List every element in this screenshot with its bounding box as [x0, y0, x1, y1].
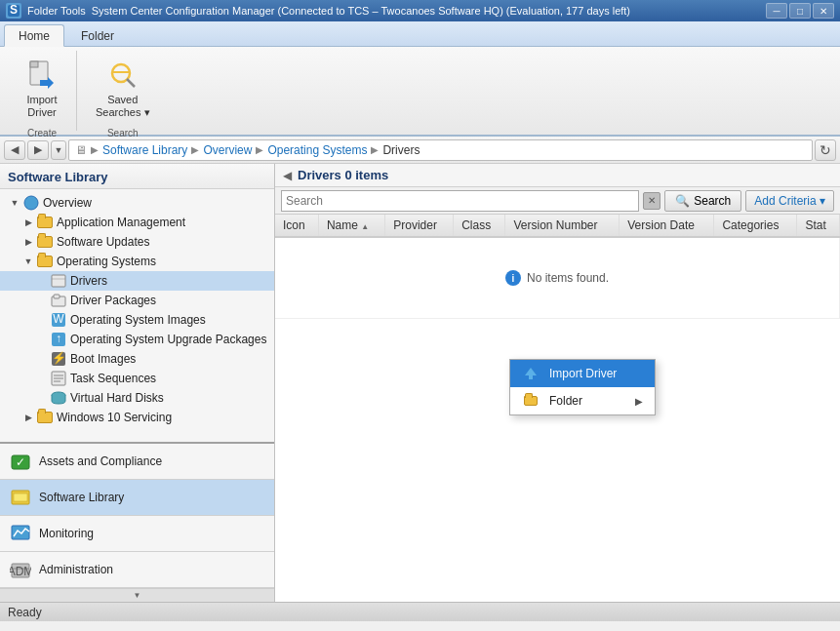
- import-driver-button[interactable]: ImportDriver: [18, 55, 66, 124]
- status-bar: Ready: [0, 602, 840, 621]
- search-button[interactable]: 🔍 Search: [664, 190, 741, 212]
- sidebar-item-os-upgrade[interactable]: ↑ Operating System Upgrade Packages: [0, 330, 274, 349]
- expander-os: ▼: [21, 255, 35, 268]
- col-header-provider[interactable]: Provider: [385, 215, 454, 237]
- sidebar-nav-administration[interactable]: ADM Administration: [0, 552, 274, 588]
- sidebar-nav-administration-label: Administration: [39, 563, 113, 576]
- app-icon: S: [6, 3, 21, 19]
- maximize-button[interactable]: □: [789, 3, 811, 19]
- breadcrumb-sep-3: ▶: [371, 144, 379, 155]
- ribbon-group-create: ImportDriver Create: [8, 51, 77, 131]
- title-bar-tools: Folder Tools: [27, 5, 86, 17]
- context-menu-folder[interactable]: Folder ▶: [510, 387, 655, 414]
- svg-text:✓: ✓: [16, 455, 25, 469]
- sidebar-item-overview[interactable]: ▼ Overview: [0, 193, 274, 213]
- tab-folder[interactable]: Folder: [66, 24, 129, 46]
- sidebar-item-app-mgmt-label: Application Management: [57, 216, 185, 229]
- breadcrumb-sep-0: ▶: [91, 144, 99, 155]
- content-toolbar: ✕ 🔍 Search Add Criteria ▾: [275, 187, 840, 215]
- no-items-text: No items found.: [527, 271, 609, 285]
- sidebar-item-boot-images[interactable]: ⚡ Boot Images: [0, 349, 274, 369]
- sidebar-item-driver-packages[interactable]: Driver Packages: [0, 291, 274, 310]
- import-driver-icon: [26, 59, 58, 91]
- add-criteria-button[interactable]: Add Criteria ▾: [745, 190, 834, 212]
- col-header-status[interactable]: Stat: [797, 215, 840, 237]
- breadcrumb-sep-1: ▶: [191, 144, 199, 155]
- context-import-icon: [522, 365, 540, 382]
- saved-searches-button[interactable]: SavedSearches ▾: [87, 55, 159, 124]
- search-clear-button[interactable]: ✕: [643, 192, 660, 210]
- context-menu: Import Driver Folder ▶: [509, 359, 656, 415]
- nav-dropdown-button[interactable]: ▼: [51, 140, 66, 160]
- sidebar-item-app-mgmt[interactable]: ▶ Application Management: [0, 213, 274, 232]
- title-bar: S Folder Tools System Center Configurati…: [0, 0, 840, 21]
- sidebar-nav-assets[interactable]: ✓ Assets and Compliance: [0, 444, 274, 480]
- back-button[interactable]: ◀: [4, 140, 25, 160]
- svg-text:ADM: ADM: [10, 565, 31, 578]
- ribbon-group-create-label: Create: [27, 128, 57, 138]
- breadcrumb-software-library[interactable]: Software Library: [102, 143, 187, 157]
- sidebar-nav-monitoring[interactable]: Monitoring: [0, 516, 274, 552]
- col-header-version[interactable]: Version Number: [505, 215, 620, 237]
- sidebar-item-win10-label: Windows 10 Servicing: [57, 411, 172, 424]
- context-import-label: Import Driver: [549, 367, 617, 380]
- drivers-icon: [51, 273, 66, 289]
- breadcrumb-overview[interactable]: Overview: [203, 143, 252, 157]
- saved-searches-icon: [107, 59, 139, 91]
- sidebar-nav-sw-library[interactable]: Software Library: [0, 480, 274, 516]
- minimize-button[interactable]: ─: [766, 3, 787, 19]
- sidebar-item-os-images[interactable]: W Operating System Images: [0, 310, 274, 330]
- col-header-name[interactable]: Name ▲: [318, 215, 384, 237]
- svg-rect-5: [40, 80, 48, 86]
- refresh-button[interactable]: ↻: [815, 139, 836, 161]
- expander-os-upgrade: [35, 333, 49, 346]
- breadcrumb-os[interactable]: Operating Systems: [267, 143, 367, 157]
- col-name-sort-arrow: ▲: [361, 222, 369, 231]
- ribbon-group-search-content: SavedSearches ▾: [87, 55, 159, 124]
- tab-home[interactable]: Home: [4, 24, 64, 47]
- sidebar-item-boot-images-label: Boot Images: [70, 352, 136, 366]
- import-driver-label: ImportDriver: [26, 94, 57, 119]
- no-items-message: i No items found.: [283, 241, 831, 315]
- sidebar-collapse-button[interactable]: ▼: [0, 588, 274, 602]
- window-controls: ─ □ ✕: [766, 3, 834, 19]
- expander-overview: ▼: [8, 196, 21, 210]
- col-header-date[interactable]: Version Date: [620, 215, 714, 237]
- search-input[interactable]: [281, 190, 639, 212]
- svg-text:S: S: [10, 4, 18, 17]
- col-header-icon[interactable]: Icon: [275, 215, 318, 237]
- col-header-class[interactable]: Class: [454, 215, 505, 237]
- svg-rect-13: [54, 295, 60, 298]
- os-upgrade-icon: ↑: [51, 332, 66, 347]
- sidebar-toggle-button[interactable]: ◀: [283, 169, 292, 182]
- sidebar-bottom: ✓ Assets and Compliance Software Library…: [0, 442, 274, 602]
- folder-win10-icon: [37, 410, 53, 425]
- monitoring-icon: [10, 523, 31, 544]
- title-bar-title: System Center Configuration Manager (Con…: [92, 5, 630, 17]
- context-folder-arrow: ▶: [635, 396, 643, 407]
- sidebar-item-win10[interactable]: ▶ Windows 10 Servicing: [0, 408, 274, 427]
- sidebar-item-os-label: Operating Systems: [57, 255, 156, 268]
- close-button[interactable]: ✕: [813, 3, 834, 19]
- forward-button[interactable]: ▶: [27, 140, 49, 160]
- content-header: Drivers 0 items: [298, 168, 388, 182]
- context-folder-label: Folder: [549, 394, 582, 408]
- svg-text:⚡: ⚡: [52, 351, 66, 365]
- svg-point-9: [24, 196, 38, 210]
- sidebar-item-sw-updates[interactable]: ▶ Software Updates: [0, 232, 274, 252]
- expander-task-seq: [35, 372, 49, 385]
- sidebar-item-vhd[interactable]: Virtual Hard Disks: [0, 388, 274, 408]
- vhd-icon: [51, 390, 66, 406]
- sidebar-item-task-seq[interactable]: Task Sequences: [0, 369, 274, 388]
- expander-os-images: [35, 313, 49, 327]
- sidebar-item-drivers[interactable]: Drivers: [0, 271, 274, 291]
- sidebar-nav-monitoring-label: Monitoring: [39, 527, 94, 540]
- col-header-categories[interactable]: Categories: [714, 215, 797, 237]
- context-menu-import-driver[interactable]: Import Driver: [510, 360, 655, 387]
- col-name-label: Name: [327, 218, 358, 232]
- sidebar-item-os[interactable]: ▼ Operating Systems: [0, 252, 274, 271]
- sidebar-nav-assets-label: Assets and Compliance: [39, 454, 162, 468]
- breadcrumb-sep-2: ▶: [256, 144, 263, 155]
- sidebar-item-sw-updates-label: Software Updates: [57, 235, 149, 249]
- ribbon-tabs: Home Folder: [0, 21, 840, 47]
